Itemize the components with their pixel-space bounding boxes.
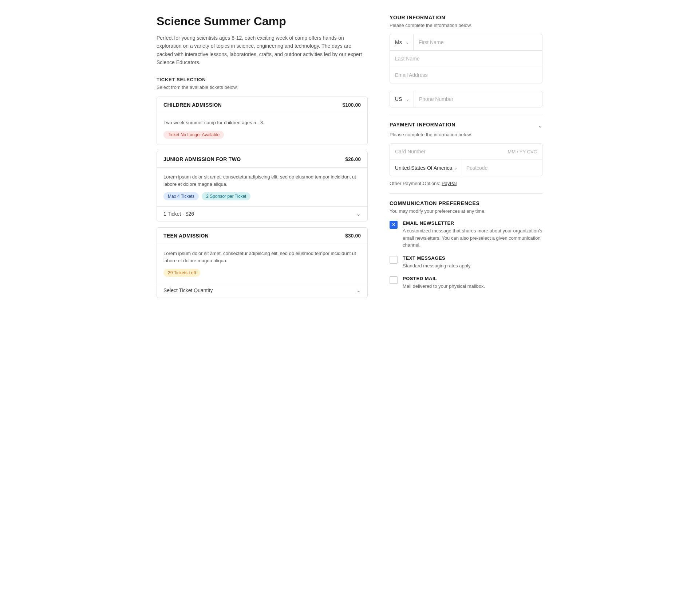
payment-heading: PAYMENT INFORMATION [390, 122, 455, 127]
ticket-body-children: Two week summer camp for children ages 5… [157, 113, 367, 145]
phone-country-arrow-icon: ⌄ [406, 97, 409, 102]
chevron-down-icon-junior: ⌄ [356, 211, 361, 217]
ticket-price-junior: $26.00 [345, 156, 361, 162]
country-arrow-icon: ⌄ [454, 166, 457, 170]
ticket-card-children: CHILDREN ADMISSION $100.00 Two week summ… [157, 97, 368, 145]
comm-email-content: EMAIL NEWSLETTER A customized message th… [403, 220, 542, 249]
ticket-badges-junior: Max 4 Tickets 2 Sponsor per Ticket [163, 192, 361, 200]
posted-mail-checkbox[interactable] [390, 276, 398, 284]
ticket-quantity-select-teen[interactable]: Select Ticket Quantity ⌄ [157, 283, 367, 298]
salutation-wrapper: Ms Mr Dr ⌄ [390, 34, 414, 50]
first-name-input[interactable] [414, 34, 542, 50]
ticket-name-teen: TEEN ADMISSION [163, 233, 209, 239]
ticket-desc-teen: Lorem ipsum dolor sit amet, consectetur … [163, 250, 361, 264]
email-newsletter-checkbox[interactable] [390, 221, 398, 229]
text-messages-checkbox[interactable] [390, 256, 398, 264]
country-row: United States Of America United Kingdom … [390, 160, 542, 176]
phone-country-wrapper: US UK CA ⌄ [390, 91, 414, 107]
ticket-price-teen: $30.00 [345, 233, 361, 239]
badge-max-tickets: Max 4 Tickets [163, 192, 199, 200]
phone-country-select[interactable]: US UK CA [390, 91, 406, 107]
badge-tickets-left: 29 Tickets Left [163, 269, 200, 277]
ticket-card-junior: JUNIOR ADMISSION FOR TWO $26.00 Lorem ip… [157, 151, 368, 221]
ticket-header-teen: TEEN ADMISSION $30.00 [157, 228, 367, 244]
ticket-select-label-teen: Select Ticket Quantity [163, 287, 213, 293]
comm-email-desc: A customized message that shares more ab… [403, 227, 542, 249]
ticket-section-label: TICKET SELECTION [157, 77, 368, 82]
ticket-price-children: $100.00 [342, 102, 361, 108]
salutation-select[interactable]: Ms Mr Dr [390, 34, 406, 50]
ticket-card-teen: TEEN ADMISSION $30.00 Lorem ipsum dolor … [157, 227, 368, 298]
country-select[interactable]: United States Of America United Kingdom … [390, 161, 454, 175]
ticket-section-subtitle: Select from the available tickets below. [157, 85, 368, 90]
email-row [390, 67, 542, 83]
event-title: Science Summer Camp [157, 15, 368, 28]
event-description: Perfect for young scientists ages 8-12, … [157, 34, 368, 67]
last-name-input[interactable] [390, 51, 542, 67]
comm-item-mail: POSTED MAIL Mail delivered to your physi… [390, 276, 542, 290]
badge-sponsor: 2 Sponsor per Ticket [202, 192, 250, 200]
payment-note: Please complete the information below. [390, 132, 542, 137]
comm-mail-label: POSTED MAIL [403, 276, 485, 281]
payment-chevron-icon[interactable]: ⌄ [538, 123, 542, 129]
personal-info-form: Ms Mr Dr ⌄ [390, 34, 542, 83]
ticket-body-teen: Lorem ipsum dolor sit amet, consectetur … [157, 244, 367, 283]
phone-input[interactable] [414, 91, 542, 107]
comm-text-content: TEXT MESSAGES Standard messaging rates a… [403, 255, 471, 270]
communication-section: COMMUNICATION PREFERENCES You may modify… [390, 193, 542, 290]
ticket-name-junior: JUNIOR ADMISSION FOR TWO [163, 156, 241, 162]
ticket-desc-children: Two week summer camp for children ages 5… [163, 119, 361, 126]
card-meta-label: MM / YY CVC [503, 144, 542, 160]
comm-mail-desc: Mail delivered to your physical mailbox. [403, 283, 485, 290]
card-number-input[interactable] [390, 144, 503, 160]
phone-row: US UK CA ⌄ [390, 91, 542, 107]
your-info-note: Please complete the information below. [390, 23, 542, 28]
ticket-body-junior: Lorem ipsum dolor sit amet, consectetur … [157, 168, 367, 206]
ticket-badges-children: Ticket No Longer Available [163, 131, 361, 139]
ticket-badges-teen: 29 Tickets Left [163, 269, 361, 277]
ticket-select-label-junior: 1 Ticket - $26 [163, 211, 194, 217]
name-row: Ms Mr Dr ⌄ [390, 34, 542, 51]
communication-note: You may modify your preferences at any t… [390, 208, 542, 214]
comm-text-desc: Standard messaging rates apply. [403, 262, 471, 270]
other-payment-text: Other Payment Options: PayPal [390, 181, 542, 186]
ticket-header-junior: JUNIOR ADMISSION FOR TWO $26.00 [157, 151, 367, 168]
comm-mail-content: POSTED MAIL Mail delivered to your physi… [403, 276, 485, 290]
your-info-heading: YOUR INFORMATION [390, 15, 542, 20]
ticket-quantity-select-junior[interactable]: 1 Ticket - $26 ⌄ [157, 206, 367, 221]
country-wrapper: United States Of America United Kingdom … [390, 160, 461, 176]
salutation-arrow-icon: ⌄ [406, 40, 409, 45]
badge-unavailable: Ticket No Longer Available [163, 131, 224, 139]
comm-item-email: EMAIL NEWSLETTER A customized message th… [390, 220, 542, 249]
postcode-input[interactable] [461, 161, 542, 175]
payment-form: MM / YY CVC United States Of America Uni… [390, 143, 542, 176]
payment-section: PAYMENT INFORMATION ⌄ Please complete th… [390, 115, 542, 186]
comm-text-label: TEXT MESSAGES [403, 255, 471, 261]
ticket-name-children: CHILDREN ADMISSION [163, 102, 222, 108]
email-input[interactable] [390, 67, 542, 83]
communication-heading: COMMUNICATION PREFERENCES [390, 200, 542, 206]
card-row: MM / YY CVC [390, 144, 542, 160]
payment-header: PAYMENT INFORMATION ⌄ [390, 122, 542, 130]
comm-item-text: TEXT MESSAGES Standard messaging rates a… [390, 255, 542, 270]
last-name-row [390, 51, 542, 67]
comm-email-label: EMAIL NEWSLETTER [403, 220, 542, 226]
ticket-desc-junior: Lorem ipsum dolor sit amet, consectetur … [163, 173, 361, 188]
paypal-link[interactable]: PayPal [442, 181, 457, 186]
ticket-header-children: CHILDREN ADMISSION $100.00 [157, 97, 367, 113]
chevron-down-icon-teen: ⌄ [356, 287, 361, 293]
